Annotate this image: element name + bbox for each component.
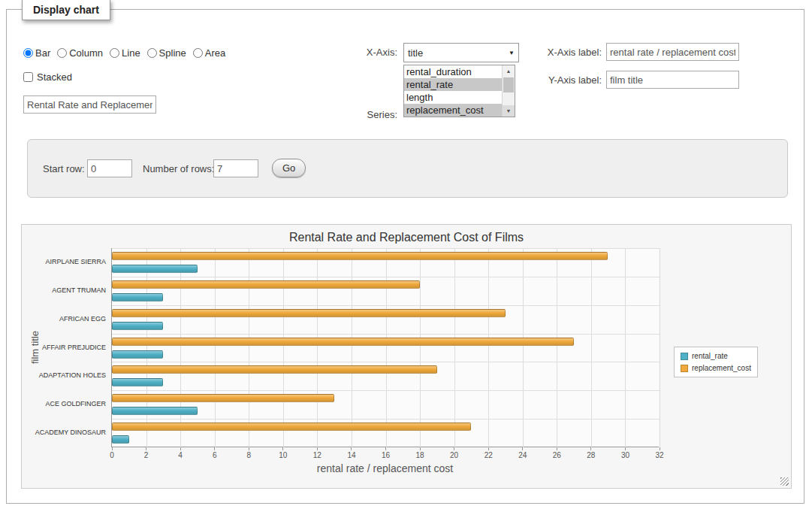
chart-type-option-spline[interactable]: Spline	[147, 47, 186, 59]
x-axis-title: rental rate / replacement cost	[111, 462, 659, 474]
number-of-rows-input[interactable]	[213, 159, 258, 177]
gridline	[454, 248, 455, 447]
gridline	[660, 248, 660, 447]
x-tick-label: 32	[644, 451, 675, 459]
gridline	[386, 248, 387, 447]
bar-rental_rate	[112, 407, 198, 415]
chart-type-radio-line[interactable]	[110, 48, 119, 58]
chart-legend: rental_ratereplacement_cost	[674, 347, 758, 377]
x-axis-select-label: X-Axis:	[307, 43, 397, 62]
legend-label: replacement_cost	[692, 364, 751, 372]
stacked-checkbox[interactable]	[23, 72, 33, 82]
legend-item-replacement_cost[interactable]: replacement_cost	[681, 364, 751, 372]
tick-mark	[625, 447, 626, 450]
tick-mark	[522, 447, 523, 450]
tick-mark	[590, 447, 591, 450]
plot-area: 02468101214161820222426283032AIRPLANE SI…	[111, 248, 659, 447]
y-axis-label-caption: Y-Axis label:	[488, 71, 602, 90]
rows-panel: Start row: Number of rows: Go	[27, 139, 788, 198]
gridline	[112, 362, 660, 362]
gridline	[420, 248, 421, 447]
x-tick-label: 2	[131, 451, 161, 459]
tick-mark	[112, 447, 113, 450]
tick-mark	[282, 447, 283, 450]
x-tick-label: 24	[508, 451, 538, 459]
x-tick-label: 14	[337, 451, 367, 459]
chart-title: Rental Rate and Replacement Cost of Film…	[22, 231, 791, 244]
series-option-replacement_cost[interactable]: replacement_cost	[404, 104, 502, 117]
x-tick-label: 20	[439, 451, 469, 459]
y-axis-label-input[interactable]	[606, 71, 739, 89]
resize-handle-icon[interactable]	[780, 477, 789, 486]
x-tick-label: 18	[405, 451, 435, 459]
category-label: ADAPTATION HOLES	[20, 371, 106, 379]
tick-mark	[557, 447, 557, 450]
number-of-rows-label: Number of rows:	[143, 159, 214, 179]
chart-type-label: Column	[69, 47, 103, 59]
stacked-checkbox-row[interactable]: Stacked	[23, 71, 72, 83]
gridline	[488, 248, 489, 447]
chart-panel: Rental Rate and Replacement Cost of Film…	[21, 224, 792, 489]
chart-type-label: Area	[205, 47, 225, 59]
x-tick-label: 12	[302, 451, 332, 459]
gridline	[112, 305, 660, 306]
series-select-label: Series:	[307, 105, 397, 125]
chart-type-option-bar[interactable]: Bar	[23, 47, 50, 59]
legend-item-rental_rate[interactable]: rental_rate	[681, 352, 751, 360]
category-label: AFRICAN EGG	[20, 315, 106, 323]
x-axis-label-input[interactable]	[606, 43, 739, 61]
go-button[interactable]: Go	[272, 159, 306, 177]
bar-replacement_cost	[112, 423, 471, 431]
chart-type-option-column[interactable]: Column	[57, 47, 103, 59]
x-tick-label: 4	[165, 451, 195, 459]
start-row-label: Start row:	[43, 159, 85, 179]
bar-rental_rate	[112, 265, 198, 273]
gridline	[112, 419, 660, 420]
gridline	[317, 248, 318, 447]
bar-replacement_cost	[112, 365, 437, 374]
chart-type-radio-spline[interactable]	[147, 48, 157, 58]
tick-mark	[385, 447, 386, 450]
panel-title: Display chart	[22, 0, 110, 20]
category-label: AFFAIR PREJUDICE	[20, 344, 106, 351]
gridline	[523, 248, 524, 447]
tick-mark	[317, 447, 318, 450]
bar-replacement_cost	[112, 394, 334, 402]
gridline	[283, 248, 284, 447]
gridline	[625, 248, 626, 447]
display-chart-panel: Display chart BarColumnLineSplineArea St…	[6, 9, 804, 504]
chart-type-radio-area[interactable]	[193, 48, 203, 58]
chart-type-radio-bar[interactable]	[23, 48, 33, 58]
gridline	[112, 334, 660, 335]
chart-type-label: Line	[122, 47, 140, 59]
gridline	[112, 248, 660, 249]
category-label: AGENT TRUMAN	[20, 286, 106, 294]
chart-type-radio-column[interactable]	[57, 48, 67, 58]
tick-mark	[488, 447, 489, 450]
x-tick-label: 26	[542, 451, 572, 459]
tick-mark	[420, 447, 421, 450]
x-tick-label: 6	[200, 451, 230, 459]
category-label: ACE GOLDFINGER	[20, 400, 106, 407]
bar-rental_rate	[112, 435, 129, 444]
x-tick-label: 30	[610, 451, 640, 459]
gridline	[146, 248, 147, 447]
gridline	[180, 248, 181, 447]
start-row-input[interactable]	[87, 159, 132, 177]
bar-rental_rate	[112, 322, 163, 330]
bar-replacement_cost	[112, 309, 506, 317]
series-option-length[interactable]: length	[404, 91, 502, 104]
chart-type-option-area[interactable]: Area	[193, 47, 225, 59]
scroll-down-icon[interactable]: ▼	[503, 105, 515, 117]
gridline	[215, 248, 216, 447]
x-tick-label: 22	[473, 451, 503, 459]
tick-mark	[454, 447, 454, 450]
x-tick-label: 8	[234, 451, 264, 459]
tick-mark	[146, 447, 146, 450]
category-label: ACADEMY DINOSAUR	[20, 429, 106, 436]
chart-type-label: Spline	[159, 47, 186, 59]
chart-type-option-line[interactable]: Line	[110, 47, 140, 59]
gridline	[352, 248, 352, 447]
bar-rental_rate	[112, 350, 163, 359]
chart-title-input[interactable]	[23, 95, 156, 114]
